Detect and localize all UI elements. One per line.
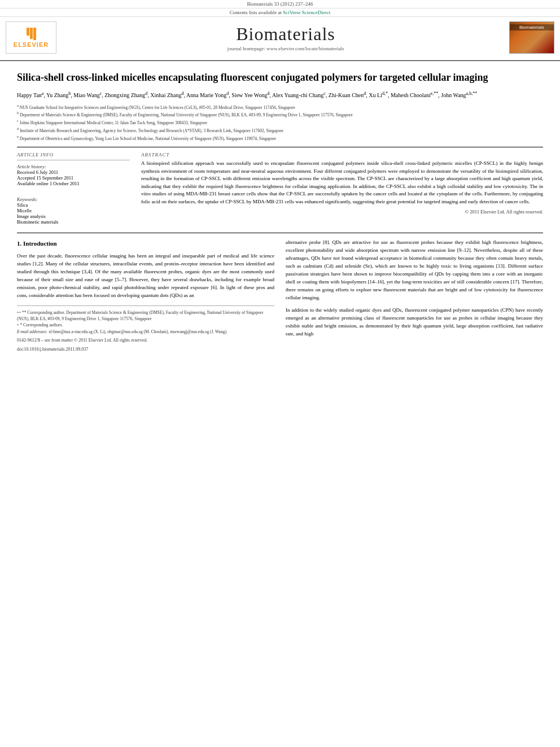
authors-line: Happy Tana, Yu Zhangb, Miao Wangc, Zhong… (17, 90, 543, 99)
divider-1 (17, 147, 543, 147)
journal-cover-image: Biomaterials (509, 21, 554, 54)
section-title-text: Introduction (23, 240, 57, 247)
available-date: Available online 1 October 2011 (17, 181, 130, 186)
intro-paragraph-1: Over the past decade, fluorescence cellu… (17, 252, 274, 300)
body-content: 1. Introduction Over the past decade, fl… (17, 239, 543, 353)
copyright-notice: © 2011 Elsevier Ltd. All rights reserved… (141, 209, 543, 215)
article-content: Silica-shell cross-linked micelles encap… (0, 65, 560, 359)
two-col-section: ARTICLE INFO Article history: Received 6… (17, 152, 543, 225)
affiliation-c: c Johns Hopkins Singapore International … (17, 118, 543, 126)
elsevier-text: ELSEVIER (14, 41, 49, 48)
journal-ref: Biomaterials 33 (2012) 237–246 (247, 1, 313, 7)
affiliation-e: e Department of Obstetrics and Gynaecolo… (17, 134, 543, 142)
accepted-date: Accepted 15 September 2011 (17, 175, 130, 181)
received-date: Received 6 July 2011 (17, 169, 130, 175)
keyword-3: Image analysis (17, 213, 130, 219)
keywords-section: Keywords: Silica Micelle Image analysis … (17, 191, 130, 225)
affiliations-block: a NUS Graduate School for Integrative Sc… (17, 103, 543, 142)
history-label: Article history: (17, 164, 130, 169)
keywords-label: Keywords: (17, 196, 38, 202)
right-paragraph-1: alternative probe [8]. QDs are attractiv… (286, 239, 543, 302)
footnote-double-star: ** ** Corresponding author. Department o… (17, 309, 274, 322)
affiliation-a: a NUS Graduate School for Integrative Sc… (17, 103, 543, 111)
elsevier-bars-icon (27, 28, 36, 40)
cover-label: Biomaterials (510, 24, 554, 30)
right-para-2-text: In addition to the widely studied organi… (286, 307, 543, 337)
sciverse-bar: Contents lists available at SciVerse Sci… (0, 8, 560, 17)
right-paragraph-2: In addition to the widely studied organi… (286, 307, 543, 338)
header-main: ELSEVIER Biomaterials journal homepage: … (0, 17, 560, 56)
journal-title-block: Biomaterials journal homepage: www.elsev… (62, 21, 509, 54)
intro-section-title: 1. Introduction (17, 239, 274, 249)
abstract-header: ABSTRACT (141, 152, 543, 158)
article-info-header: ARTICLE INFO (17, 152, 130, 158)
right-para-1-text: alternative probe [8]. QDs are attractiv… (286, 239, 543, 300)
keyword-4: Biomimetic materials (17, 219, 130, 225)
journal-ref-bar: Biomaterials 33 (2012) 237–246 (0, 0, 560, 8)
authors-text: Happy Tana, Yu Zhangb, Miao Wangc, Zhong… (17, 92, 477, 98)
footnote-single-star: * * Corresponding authors. (17, 322, 274, 329)
journal-homepage: journal homepage: www.elsevier.com/locat… (68, 46, 504, 51)
article-title: Silica-shell cross-linked micelles encap… (17, 71, 543, 84)
body-col-right: alternative probe [8]. QDs are attractiv… (286, 239, 543, 353)
sciverse-link[interactable]: SciVerse ScienceDirect (283, 10, 330, 15)
intro-para-1-text: Over the past decade, fluorescence cellu… (17, 253, 274, 298)
issn-line: 0142-9612/$ – see front matter © 2011 El… (17, 337, 274, 344)
elsevier-logo: ELSEVIER (6, 21, 56, 54)
journal-title: Biomaterials (68, 24, 504, 45)
affiliation-b: b Department of Materials Science & Engi… (17, 110, 543, 118)
footnote-email: E-mail addresses: xl-bme@nus.a-star.edu.… (17, 329, 274, 335)
contents-text: Contents lists available at (230, 10, 282, 15)
affiliation-d: d Institute of Materials Research and En… (17, 126, 543, 134)
abstract-section: ABSTRACT A bioinspired silification appr… (141, 152, 543, 225)
journal-header: Biomaterials 33 (2012) 237–246 Contents … (0, 0, 560, 61)
body-col-left: 1. Introduction Over the past decade, fl… (17, 239, 274, 353)
keyword-1: Silica (17, 202, 130, 208)
divider-2 (17, 233, 543, 233)
abstract-text: A bioinspired silification approach was … (141, 160, 543, 206)
doi-line: doi:10.1016/j.biomaterials.2011.09.037 (17, 346, 274, 353)
article-info-section: ARTICLE INFO Article history: Received 6… (17, 152, 130, 225)
keyword-2: Micelle (17, 208, 130, 213)
footnote-section: ** ** Corresponding author. Department o… (17, 305, 274, 353)
section-number: 1. (17, 240, 21, 247)
